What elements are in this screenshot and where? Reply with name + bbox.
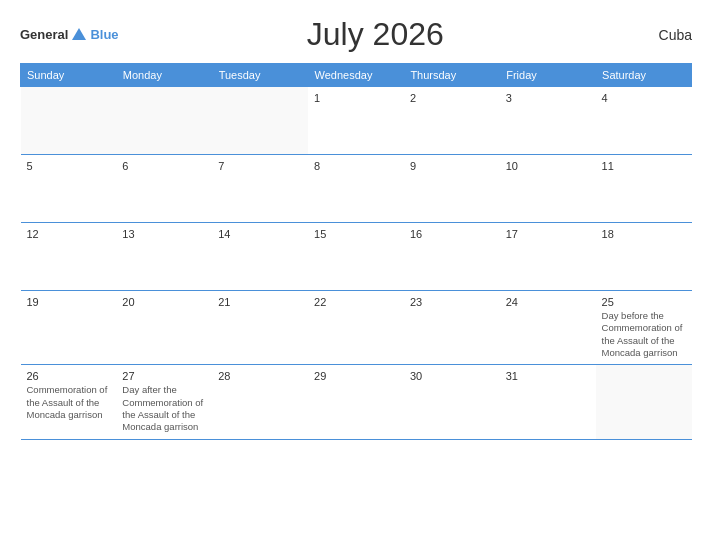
calendar-cell: 15 — [308, 223, 404, 291]
calendar-cell — [596, 365, 692, 439]
day-number: 8 — [314, 160, 398, 172]
calendar-cell: 10 — [500, 155, 596, 223]
calendar-cell: 25Day before the Commemoration of the As… — [596, 291, 692, 365]
calendar-cell: 23 — [404, 291, 500, 365]
calendar-cell: 20 — [116, 291, 212, 365]
svg-marker-0 — [72, 28, 86, 40]
day-number: 9 — [410, 160, 494, 172]
event-label: Day before the Commemoration of the Assa… — [602, 310, 686, 359]
day-number: 18 — [602, 228, 686, 240]
logo: General Blue — [20, 26, 119, 44]
col-wednesday: Wednesday — [308, 64, 404, 87]
calendar-cell: 14 — [212, 223, 308, 291]
day-number: 21 — [218, 296, 302, 308]
calendar-cell — [21, 87, 117, 155]
calendar-cell: 7 — [212, 155, 308, 223]
day-number: 14 — [218, 228, 302, 240]
col-friday: Friday — [500, 64, 596, 87]
day-number: 24 — [506, 296, 590, 308]
calendar-page: General Blue July 2026 Cuba Sunday Monda… — [0, 0, 712, 550]
event-label: Day after the Commemoration of the Assau… — [122, 384, 206, 433]
calendar-cell: 1 — [308, 87, 404, 155]
calendar-cell: 9 — [404, 155, 500, 223]
calendar-cell: 6 — [116, 155, 212, 223]
calendar-cell: 17 — [500, 223, 596, 291]
calendar-cell: 31 — [500, 365, 596, 439]
calendar-cell: 28 — [212, 365, 308, 439]
col-thursday: Thursday — [404, 64, 500, 87]
day-number: 31 — [506, 370, 590, 382]
day-number: 27 — [122, 370, 206, 382]
day-number: 30 — [410, 370, 494, 382]
calendar-cell: 27Day after the Commemoration of the Ass… — [116, 365, 212, 439]
calendar-cell: 13 — [116, 223, 212, 291]
col-tuesday: Tuesday — [212, 64, 308, 87]
day-number: 7 — [218, 160, 302, 172]
col-monday: Monday — [116, 64, 212, 87]
calendar-week-row: 26Commemoration of the Assault of the Mo… — [21, 365, 692, 439]
calendar-cell — [212, 87, 308, 155]
calendar-cell: 8 — [308, 155, 404, 223]
calendar-cell: 24 — [500, 291, 596, 365]
calendar-cell: 5 — [21, 155, 117, 223]
calendar-cell: 18 — [596, 223, 692, 291]
days-of-week-row: Sunday Monday Tuesday Wednesday Thursday… — [21, 64, 692, 87]
calendar-cell: 3 — [500, 87, 596, 155]
calendar-week-row: 19202122232425Day before the Commemorati… — [21, 291, 692, 365]
header: General Blue July 2026 Cuba — [20, 16, 692, 53]
calendar-table: Sunday Monday Tuesday Wednesday Thursday… — [20, 63, 692, 440]
calendar-cell: 16 — [404, 223, 500, 291]
day-number: 12 — [27, 228, 111, 240]
day-number: 10 — [506, 160, 590, 172]
day-number: 29 — [314, 370, 398, 382]
event-label: Commemoration of the Assault of the Monc… — [27, 384, 111, 421]
day-number: 22 — [314, 296, 398, 308]
calendar-cell — [116, 87, 212, 155]
day-number: 19 — [27, 296, 111, 308]
calendar-cell: 19 — [21, 291, 117, 365]
day-number: 13 — [122, 228, 206, 240]
day-number: 5 — [27, 160, 111, 172]
calendar-cell: 2 — [404, 87, 500, 155]
logo-blue-text: Blue — [90, 27, 118, 42]
calendar-cell: 22 — [308, 291, 404, 365]
calendar-cell: 12 — [21, 223, 117, 291]
day-number: 23 — [410, 296, 494, 308]
day-number: 2 — [410, 92, 494, 104]
country-label: Cuba — [632, 27, 692, 43]
calendar-week-row: 567891011 — [21, 155, 692, 223]
day-number: 15 — [314, 228, 398, 240]
calendar-cell: 29 — [308, 365, 404, 439]
calendar-cell: 4 — [596, 87, 692, 155]
day-number: 4 — [602, 92, 686, 104]
col-saturday: Saturday — [596, 64, 692, 87]
calendar-title: July 2026 — [119, 16, 632, 53]
calendar-cell: 26Commemoration of the Assault of the Mo… — [21, 365, 117, 439]
day-number: 16 — [410, 228, 494, 240]
day-number: 3 — [506, 92, 590, 104]
day-number: 28 — [218, 370, 302, 382]
day-number: 20 — [122, 296, 206, 308]
col-sunday: Sunday — [21, 64, 117, 87]
day-number: 11 — [602, 160, 686, 172]
day-number: 6 — [122, 160, 206, 172]
calendar-cell: 11 — [596, 155, 692, 223]
calendar-body: 1234567891011121314151617181920212223242… — [21, 87, 692, 440]
calendar-cell: 30 — [404, 365, 500, 439]
calendar-week-row: 12131415161718 — [21, 223, 692, 291]
day-number: 1 — [314, 92, 398, 104]
day-number: 26 — [27, 370, 111, 382]
calendar-cell: 21 — [212, 291, 308, 365]
calendar-week-row: 1234 — [21, 87, 692, 155]
logo-general-text: General — [20, 27, 68, 42]
day-number: 17 — [506, 228, 590, 240]
logo-icon — [70, 26, 88, 44]
calendar-header: Sunday Monday Tuesday Wednesday Thursday… — [21, 64, 692, 87]
day-number: 25 — [602, 296, 686, 308]
